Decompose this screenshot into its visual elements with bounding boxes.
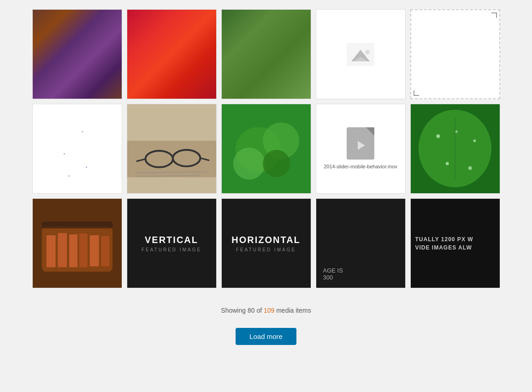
dot bbox=[68, 175, 70, 177]
media-item-dark-partial2[interactable]: TUALLY 1200 PX W VIDE IMAGES ALW bbox=[410, 198, 500, 288]
media-item-placeholder-img[interactable] bbox=[316, 9, 406, 99]
video-play-symbol bbox=[355, 140, 366, 151]
video-file-icon bbox=[347, 127, 374, 160]
media-item-figs[interactable] bbox=[32, 9, 122, 99]
glasses-image bbox=[127, 104, 216, 194]
svg-rect-30 bbox=[69, 234, 77, 267]
dark-partial-text2: 300 bbox=[323, 274, 333, 281]
footer-area: Showing 80 of 109 media items Load more bbox=[221, 307, 311, 345]
plant-image bbox=[222, 104, 311, 194]
dark-partial2-text2: VIDE IMAGES ALW bbox=[415, 244, 472, 252]
vertical-big-text: VERTICAL bbox=[145, 235, 198, 245]
svg-point-23 bbox=[468, 166, 472, 170]
status-suffix: media items bbox=[274, 307, 311, 314]
media-item-vertical-dark[interactable]: VERTICAL FEATURED IMAGE bbox=[127, 198, 217, 288]
media-grid: 2014-slider-mobile-behavior.mov bbox=[32, 9, 500, 288]
svg-point-17 bbox=[263, 150, 290, 177]
mountain-icon bbox=[347, 43, 374, 66]
status-count: 109 bbox=[264, 307, 274, 314]
svg-rect-31 bbox=[79, 233, 87, 267]
media-item-glasses[interactable] bbox=[127, 104, 217, 194]
media-item-meat[interactable] bbox=[32, 198, 122, 288]
horizontal-small-text: FEATURED IMAGE bbox=[236, 247, 296, 252]
dot bbox=[86, 166, 87, 168]
media-item-white-dashed[interactable] bbox=[410, 9, 500, 99]
svg-rect-34 bbox=[41, 221, 112, 228]
svg-point-16 bbox=[233, 148, 265, 179]
meat-image bbox=[33, 198, 122, 288]
media-item-dark-partial[interactable]: AGE IS 300 bbox=[316, 198, 406, 288]
video-filename: 2014-slider-mobile-behavior.mov bbox=[321, 163, 400, 170]
media-item-tomatoes[interactable] bbox=[127, 9, 217, 99]
load-more-button[interactable]: Load more bbox=[236, 328, 296, 345]
vertical-small-text: FEATURED IMAGE bbox=[142, 247, 201, 252]
svg-point-21 bbox=[473, 139, 476, 142]
svg-rect-33 bbox=[101, 236, 109, 266]
svg-rect-28 bbox=[46, 235, 55, 267]
horizontal-big-text: HORIZONTAL bbox=[231, 235, 301, 245]
svg-point-22 bbox=[445, 162, 449, 165]
dark-partial-text1: AGE IS bbox=[323, 267, 343, 274]
dot bbox=[82, 131, 83, 132]
media-item-vegetables[interactable] bbox=[221, 9, 311, 99]
svg-rect-29 bbox=[58, 233, 67, 267]
corner-tr bbox=[491, 12, 497, 18]
leaf-image bbox=[411, 104, 500, 194]
media-item-blank-dots[interactable] bbox=[32, 104, 122, 194]
corner-bl bbox=[414, 90, 419, 96]
svg-point-3 bbox=[365, 50, 370, 54]
svg-point-20 bbox=[436, 134, 440, 138]
dark-partial2-text1: TUALLY 1200 PX W bbox=[415, 235, 473, 244]
status-bar: Showing 80 of 109 media items bbox=[221, 307, 311, 314]
media-item-video-file[interactable]: 2014-slider-mobile-behavior.mov bbox=[316, 104, 406, 194]
status-prefix: Showing 80 of bbox=[221, 307, 264, 314]
dot bbox=[64, 153, 65, 154]
media-item-leaf[interactable] bbox=[410, 104, 500, 194]
media-item-horizontal-dark[interactable]: HORIZONTAL FEATURED IMAGE bbox=[221, 198, 311, 288]
svg-rect-32 bbox=[89, 235, 99, 266]
media-item-plant[interactable] bbox=[221, 104, 311, 194]
